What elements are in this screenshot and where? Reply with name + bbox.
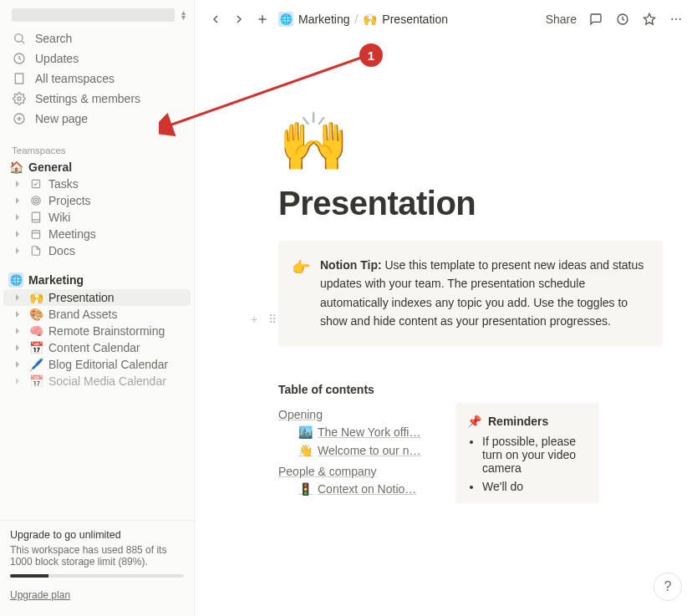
teamspace-general-label: General bbox=[28, 160, 72, 174]
updates-label: Updates bbox=[35, 52, 79, 65]
star-icon[interactable] bbox=[642, 12, 657, 27]
storage-progress bbox=[10, 574, 184, 578]
toc-heading-people[interactable]: People & company bbox=[278, 460, 437, 480]
sidebar-item-projects[interactable]: Projects bbox=[3, 192, 191, 209]
all-teamspaces-label: All teamspaces bbox=[35, 72, 114, 85]
calendar-emoji-icon: 📅 bbox=[28, 374, 43, 388]
toc-link-ny-office[interactable]: 🏙️The New York offi… bbox=[278, 423, 437, 441]
content-calendar-label: Content Calendar bbox=[48, 341, 140, 354]
sidebar-item-docs[interactable]: Docs bbox=[3, 242, 191, 259]
reminders-callout[interactable]: 📌 Reminders If possible, please turn on … bbox=[455, 403, 599, 503]
more-icon[interactable] bbox=[669, 12, 684, 27]
svg-line-1 bbox=[22, 41, 24, 43]
table-of-contents: Opening 🏙️The New York offi… 👋Welcome to… bbox=[278, 403, 437, 498]
chevron-right-icon[interactable] bbox=[12, 360, 23, 369]
pointing-hand-icon: 👉 bbox=[292, 256, 310, 280]
nav-forward-icon[interactable] bbox=[231, 12, 247, 27]
page-title[interactable]: Presentation bbox=[278, 185, 663, 222]
pen-icon: 🖊️ bbox=[28, 358, 43, 371]
page-body: + ⠿ 🙌 Presentation 👉 Notion Tip: Use thi… bbox=[195, 38, 697, 503]
toc-link-welcome[interactable]: 👋Welcome to our n… bbox=[278, 441, 437, 460]
workspace-name[interactable]: Workspace bbox=[12, 8, 175, 22]
svg-point-25 bbox=[675, 18, 677, 19]
reminder-item-1: If possible, please turn on your video c… bbox=[482, 435, 588, 475]
globe-icon: 🌐 bbox=[278, 12, 293, 27]
updates-button[interactable]: Updates bbox=[3, 48, 191, 69]
notion-tip-callout[interactable]: 👉 Notion Tip: Use this template to prese… bbox=[278, 241, 663, 346]
book-icon bbox=[28, 211, 43, 223]
search-button[interactable]: Search bbox=[3, 28, 191, 48]
plus-circle-icon bbox=[12, 111, 27, 126]
settings-members-button[interactable]: Settings & members bbox=[3, 89, 191, 109]
upgrade-banner: Upgrade to go unlimited This workspace h… bbox=[0, 520, 194, 616]
breadcrumb-marketing[interactable]: 🌐 Marketing bbox=[278, 12, 349, 27]
all-teamspaces-button[interactable]: All teamspaces bbox=[3, 69, 191, 89]
chevron-right-icon[interactable] bbox=[12, 344, 23, 352]
raised-hands-icon: 🙌 bbox=[363, 13, 377, 26]
upgrade-desc: This workspace has used 885 of its 1000 … bbox=[10, 544, 184, 568]
sidebar-item-content-calendar[interactable]: 📅 Content Calendar bbox=[3, 339, 191, 356]
blog-editorial-label: Blog Editorial Calendar bbox=[48, 358, 168, 371]
comments-icon[interactable] bbox=[588, 12, 603, 27]
target-icon bbox=[28, 195, 43, 206]
new-tab-icon[interactable] bbox=[255, 12, 270, 27]
history-icon[interactable] bbox=[615, 12, 630, 27]
projects-label: Projects bbox=[48, 194, 91, 207]
toc-link-context[interactable]: 🚦Context on Notio… bbox=[278, 480, 437, 498]
teamspaces-section-label: Teamspaces bbox=[0, 137, 194, 159]
teamspace-marketing[interactable]: 🌐 Marketing bbox=[3, 271, 191, 289]
chevron-right-icon[interactable] bbox=[12, 377, 23, 385]
wiki-label: Wiki bbox=[48, 211, 70, 224]
toc-heading-opening[interactable]: Opening bbox=[278, 403, 437, 423]
chevron-right-icon[interactable] bbox=[12, 327, 23, 335]
page-emoji[interactable]: 🙌 bbox=[278, 113, 663, 170]
add-block-icon[interactable]: + bbox=[247, 312, 262, 327]
teamspace-general[interactable]: 🏠 General bbox=[3, 159, 191, 176]
building-icon bbox=[12, 71, 27, 86]
sidebar-item-remote-brainstorming[interactable]: 🧠 Remote Brainstorming bbox=[3, 323, 191, 339]
workspace-switcher-icon[interactable]: ▴▾ bbox=[181, 10, 186, 20]
search-icon bbox=[12, 31, 27, 46]
sidebar-item-presentation[interactable]: 🙌 Presentation bbox=[3, 289, 191, 306]
chevron-right-icon[interactable] bbox=[12, 293, 23, 302]
clock-icon bbox=[12, 51, 27, 66]
sidebar-item-brand-assets[interactable]: 🎨 Brand Assets bbox=[3, 306, 191, 323]
gear-icon bbox=[12, 91, 27, 106]
toc-title: Table of contents bbox=[278, 383, 663, 396]
breadcrumb-marketing-label: Marketing bbox=[298, 13, 349, 26]
sidebar-item-social-media[interactable]: 📅 Social Media Calendar bbox=[3, 373, 191, 389]
sidebar-item-blog-editorial[interactable]: 🖊️ Blog Editorial Calendar bbox=[3, 356, 191, 373]
brain-icon: 🧠 bbox=[28, 324, 43, 338]
sidebar-item-tasks[interactable]: Tasks bbox=[3, 176, 191, 192]
chevron-right-icon[interactable] bbox=[12, 196, 23, 205]
calendar-emoji-icon: 📅 bbox=[28, 341, 43, 354]
svg-marker-23 bbox=[644, 13, 654, 24]
sidebar: Workspace ▴▾ Search Updates bbox=[0, 0, 195, 616]
chevron-right-icon[interactable] bbox=[12, 310, 23, 318]
help-button[interactable]: ? bbox=[654, 573, 682, 601]
share-button[interactable]: Share bbox=[546, 13, 577, 26]
sidebar-item-wiki[interactable]: Wiki bbox=[3, 209, 191, 226]
chevron-right-icon[interactable] bbox=[12, 230, 23, 238]
nav-back-icon[interactable] bbox=[208, 12, 223, 27]
palette-icon: 🎨 bbox=[28, 308, 43, 321]
remote-brainstorming-label: Remote Brainstorming bbox=[48, 324, 165, 338]
new-page-button[interactable]: New page bbox=[3, 109, 191, 129]
docs-label: Docs bbox=[48, 244, 75, 257]
chevron-right-icon[interactable] bbox=[12, 213, 23, 221]
breadcrumb-presentation[interactable]: 🙌 Presentation bbox=[363, 13, 448, 26]
chevron-right-icon[interactable] bbox=[12, 247, 23, 255]
svg-point-0 bbox=[15, 34, 23, 42]
reminders-title: Reminders bbox=[488, 415, 548, 428]
sidebar-item-meetings[interactable]: Meetings bbox=[3, 226, 191, 242]
check-icon bbox=[28, 178, 43, 190]
upgrade-plan-link[interactable]: Upgrade plan bbox=[10, 589, 70, 601]
city-icon: 🏙️ bbox=[298, 425, 313, 439]
raised-hands-icon: 🙌 bbox=[28, 291, 43, 304]
chevron-right-icon[interactable] bbox=[12, 180, 23, 188]
document-icon bbox=[28, 245, 43, 257]
svg-point-26 bbox=[679, 18, 681, 19]
pin-icon: 📌 bbox=[467, 415, 481, 428]
annotation-badge-1: 1 bbox=[359, 43, 383, 67]
search-label: Search bbox=[35, 32, 72, 45]
